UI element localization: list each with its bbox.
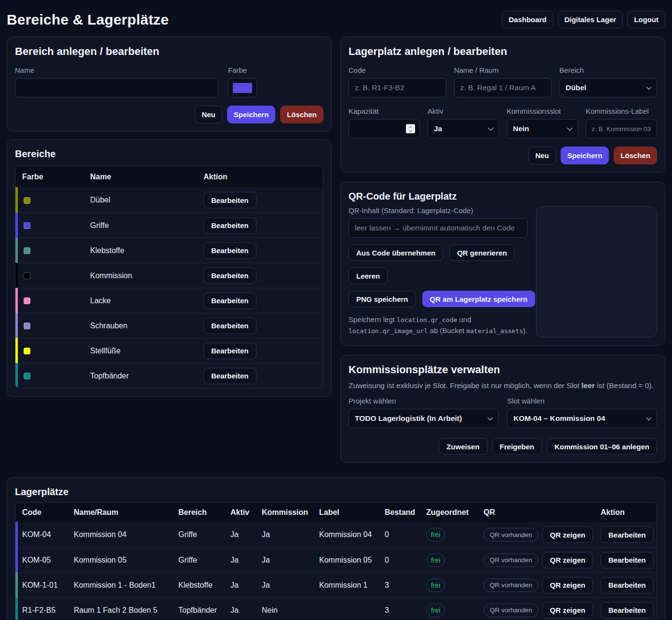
nav-dashboard-button[interactable]: Dashboard — [502, 11, 553, 28]
col-qr: QR — [476, 508, 593, 517]
slot-select[interactable]: KOM-04 – Kommission 04 — [507, 409, 657, 428]
bereich-form-card: Bereich anlegen / bearbeiten Name Farbe … — [7, 37, 332, 132]
qr-code-field-code: location.qr_code — [397, 316, 457, 323]
page-title: Bereiche & Lagerplätze — [7, 12, 169, 28]
bereich-bearbeiten-button[interactable]: Bearbeiten — [203, 243, 256, 259]
lagerplaetze-title: Lagerplätze — [15, 485, 657, 498]
cell-bereich: Klebstoffe — [171, 581, 223, 590]
lagerplaetze-table: Code Name/Raum Bereich Aktiv Kommission … — [15, 502, 657, 620]
bereich-select[interactable]: Dübel — [559, 78, 657, 97]
lagerplatz-form-card: Lagerplatz anlegen / bearbeiten Code Nam… — [340, 37, 665, 173]
bereich-name: Stellfüße — [82, 347, 196, 355]
bereich-name-input[interactable] — [15, 78, 218, 97]
cell-qr: QR vorhandenQR zeigen — [476, 552, 593, 568]
qr-zeigen-button[interactable]: QR zeigen — [542, 526, 593, 543]
qr-vorhanden-badge: QR vorhanden — [484, 579, 538, 592]
qr-png-button[interactable]: PNG speichern — [349, 291, 416, 307]
nav-logout-button[interactable]: Logout — [627, 11, 665, 28]
bereich-bearbeiten-button[interactable]: Bearbeiten — [203, 268, 256, 284]
bereich-speichern-button[interactable]: Speichern — [227, 106, 276, 123]
cell-aktiv: Ja — [223, 530, 254, 539]
bereich-name: Lacke — [82, 297, 196, 305]
col-name-raum: Name/Raum — [66, 508, 171, 517]
code-input[interactable] — [349, 78, 446, 97]
qr-vorhanden-badge: QR vorhanden — [484, 528, 538, 541]
col-bestand: Bestand — [377, 508, 418, 517]
qr-title: QR-Code für Lagerplatz — [349, 190, 657, 202]
color-picker-swatch — [233, 83, 252, 93]
row-color-stripe — [15, 238, 18, 263]
nav-digitales-lager-button[interactable]: Digitales Lager — [558, 11, 623, 28]
topbar: Bereiche & Lagerplätze Dashboard Digital… — [7, 0, 665, 37]
row-color-stripe — [15, 338, 18, 363]
qr-save-button[interactable]: QR am Lagerplatz speichern — [422, 291, 536, 307]
bereich-color-picker[interactable] — [228, 78, 257, 97]
aktiv-select[interactable]: Ja — [428, 119, 499, 138]
lagerplatz-bearbeiten-button[interactable]: Bearbeiten — [601, 602, 654, 619]
qr-zeigen-button[interactable]: QR zeigen — [542, 552, 593, 568]
slot-label: Slot wählen — [507, 397, 657, 405]
bereich-farbe-label: Farbe — [228, 66, 257, 74]
cell-kommission: Ja — [254, 530, 311, 539]
bereich-bearbeiten-button[interactable]: Bearbeiten — [203, 217, 256, 234]
bereiche-table-row: KlebstoffeBearbeiten — [15, 238, 323, 263]
top-nav: Dashboard Digitales Lager Logout — [502, 11, 665, 28]
frei-badge: frei — [426, 553, 445, 567]
bereich-bearbeiten-button[interactable]: Bearbeiten — [203, 343, 256, 359]
lagerplatz-bearbeiten-button[interactable]: Bearbeiten — [601, 526, 654, 543]
qr-generieren-button[interactable]: QR generieren — [449, 244, 514, 261]
kommissionsslot-select[interactable]: Nein — [507, 119, 578, 138]
qr-leeren-button[interactable]: Leeren — [349, 268, 388, 284]
cell-bestand: 0 — [377, 530, 418, 539]
cell-zugeordnet: frei — [418, 553, 476, 567]
row-color-stripe — [15, 363, 18, 388]
projekt-select[interactable]: TODO Lagerlogistik (In Arbeit) — [349, 409, 498, 428]
color-swatch — [24, 348, 30, 354]
color-swatch — [24, 373, 30, 379]
row-color-stripe — [15, 597, 18, 620]
lagerplatz-bearbeiten-button[interactable]: Bearbeiten — [601, 577, 654, 593]
freigeben-button[interactable]: Freigeben — [492, 438, 542, 455]
qr-aus-code-button[interactable]: Aus Code übernehmen — [349, 244, 443, 261]
zuweisen-button[interactable]: Zuweisen — [439, 438, 487, 455]
kommissions-label-input[interactable] — [586, 119, 657, 138]
bereich-neu-button[interactable]: Neu — [195, 106, 222, 123]
lagerplaetze-table-header: Code Name/Raum Bereich Aktiv Kommission … — [15, 503, 657, 522]
cell-zugeordnet: frei — [418, 579, 476, 592]
lagerplatz-loeschen-button[interactable]: Löschen — [614, 147, 657, 164]
lagerplatz-bearbeiten-button[interactable]: Bearbeiten — [601, 552, 654, 568]
cell-aktiv: Ja — [223, 556, 254, 565]
number-spinner[interactable] — [406, 124, 415, 134]
col-bereich: Bereich — [171, 508, 223, 517]
color-swatch — [24, 323, 30, 329]
bereiche-table-row: KommissionBearbeiten — [15, 263, 323, 288]
bereich-loeschen-button[interactable]: Löschen — [280, 106, 323, 123]
bereich-name: Griffe — [82, 221, 196, 230]
kommission-anlegen-button[interactable]: Kommission 01–06 anlegen — [547, 438, 657, 455]
bereich-select-label: Bereich — [559, 66, 657, 74]
qr-input[interactable] — [349, 218, 527, 238]
qr-zeigen-button[interactable]: QR zeigen — [542, 602, 593, 619]
bereich-bearbeiten-button[interactable]: Bearbeiten — [203, 293, 256, 309]
kommission-description: Zuweisung ist exklusiv je Slot. Freigabe… — [349, 381, 657, 390]
bereiche-col-farbe: Farbe — [15, 173, 82, 181]
row-color-stripe — [15, 288, 18, 313]
name-raum-input[interactable] — [454, 78, 552, 97]
color-swatch — [24, 297, 30, 304]
cell-aktion: Bearbeiten — [593, 526, 657, 543]
lagerplatz-speichern-button[interactable]: Speichern — [561, 147, 609, 164]
bereiche-col-name: Name — [82, 173, 196, 181]
cell-aktion: Bearbeiten — [593, 577, 657, 593]
bereich-bearbeiten-button[interactable]: Bearbeiten — [203, 192, 256, 208]
lagerplatz-table-row: R1-F2-B5Raum 1 Fach 2 Boden 5TopfbänderJ… — [15, 597, 657, 620]
bereich-bearbeiten-button[interactable]: Bearbeiten — [203, 368, 256, 384]
frei-badge: frei — [426, 604, 445, 617]
cell-name-raum: Kommission 04 — [66, 530, 171, 539]
bereiche-title: Bereiche — [15, 148, 323, 160]
bereich-bearbeiten-button[interactable]: Bearbeiten — [203, 318, 256, 334]
qr-zeigen-button[interactable]: QR zeigen — [542, 577, 593, 593]
cell-zugeordnet: frei — [418, 604, 476, 617]
lagerplatz-neu-button[interactable]: Neu — [528, 147, 555, 164]
col-code: Code — [15, 508, 66, 517]
cell-label: Kommission 1 — [311, 581, 377, 590]
